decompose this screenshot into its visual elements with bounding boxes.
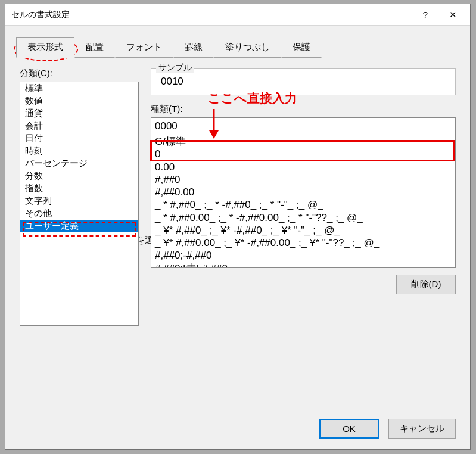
category-item[interactable]: ユーザー定義 <box>20 220 138 232</box>
category-label: 分類(C): <box>20 68 139 79</box>
titlebar: セルの書式設定 ? ✕ <box>5 4 470 26</box>
sample-label: サンプル <box>156 63 194 73</box>
footer: OK キャンセル <box>5 411 470 449</box>
tab-4[interactable]: 塗りつぶし <box>214 37 281 58</box>
type-item[interactable]: _ ¥* #,##0_ ;_ ¥* -#,##0_ ;_ ¥* "-"_ ;_ … <box>151 224 455 237</box>
dialog-body: 分類(C): 標準数値通貨会計日付時刻パーセンテージ分数指数文字列その他ユーザー… <box>5 57 470 235</box>
type-item[interactable]: #,##0;[赤]-#,##0 <box>151 262 455 268</box>
delete-row: 削除(D) <box>151 275 456 294</box>
category-item[interactable]: 指数 <box>20 182 138 195</box>
cancel-button[interactable]: キャンセル <box>388 419 456 439</box>
sample-value: 0010 <box>157 72 449 89</box>
type-item[interactable]: 0.00 <box>151 161 455 173</box>
category-item[interactable]: 文字列 <box>20 195 138 207</box>
type-item[interactable]: 0 <box>151 148 455 160</box>
type-item[interactable]: #,##0.00 <box>151 186 455 198</box>
tab-5[interactable]: 保護 <box>281 37 322 58</box>
category-item[interactable]: 会計 <box>20 120 138 132</box>
category-item[interactable]: 通貨 <box>20 107 138 120</box>
ok-button[interactable]: OK <box>319 419 379 439</box>
category-panel: 分類(C): 標準数値通貨会計日付時刻パーセンテージ分数指数文字列その他ユーザー… <box>20 68 139 326</box>
category-item[interactable]: その他 <box>20 207 138 220</box>
format-cells-dialog: セルの書式設定 ? ✕ 表示形式配置フォント罫線塗りつぶし保護 分類(C): 標… <box>5 4 471 450</box>
close-button[interactable]: ✕ <box>439 5 466 25</box>
sample-box: サンプル 0010 <box>151 68 456 95</box>
type-item[interactable]: #,##0;-#,##0 <box>151 249 455 262</box>
detail-panel: サンプル 0010 種類(T): G/標準00.00#,##0#,##0.00_… <box>151 68 456 294</box>
tabbar-filler <box>322 36 459 57</box>
category-item[interactable]: 時刻 <box>20 145 138 157</box>
type-item[interactable]: #,##0 <box>151 173 455 186</box>
type-list[interactable]: G/標準00.00#,##0#,##0.00_ * #,##0_ ;_ * -#… <box>151 135 456 268</box>
category-item[interactable]: 日付 <box>20 132 138 145</box>
tab-2[interactable]: フォント <box>115 37 173 58</box>
category-item[interactable]: 分数 <box>20 170 138 182</box>
category-item[interactable]: 標準 <box>20 82 138 95</box>
type-item[interactable]: _ ¥* #,##0.00_ ;_ ¥* -#,##0.00_ ;_ ¥* "-… <box>151 237 455 249</box>
type-label: 種類(T): <box>151 104 456 115</box>
help-button[interactable]: ? <box>412 5 439 25</box>
category-list[interactable]: 標準数値通貨会計日付時刻パーセンテージ分数指数文字列その他ユーザー定義 <box>20 82 139 326</box>
tab-0[interactable]: 表示形式 <box>16 37 74 58</box>
delete-button[interactable]: 削除(D) <box>396 275 456 294</box>
type-item[interactable]: _ * #,##0_ ;_ * -#,##0_ ;_ * "-"_ ;_ @_ <box>151 198 455 211</box>
type-item[interactable]: G/標準 <box>151 135 455 148</box>
dialog-title: セルの書式設定 <box>11 10 412 20</box>
type-item[interactable]: _ * #,##0.00_ ;_ * -#,##0.00_ ;_ * "-"??… <box>151 212 455 224</box>
tab-1[interactable]: 配置 <box>74 37 115 58</box>
category-item[interactable]: パーセンテージ <box>20 157 138 170</box>
tabbar: 表示形式配置フォント罫線塗りつぶし保護 <box>5 26 470 57</box>
tab-3[interactable]: 罫線 <box>173 37 214 58</box>
category-item[interactable]: 数値 <box>20 95 138 107</box>
type-input[interactable] <box>151 117 456 135</box>
